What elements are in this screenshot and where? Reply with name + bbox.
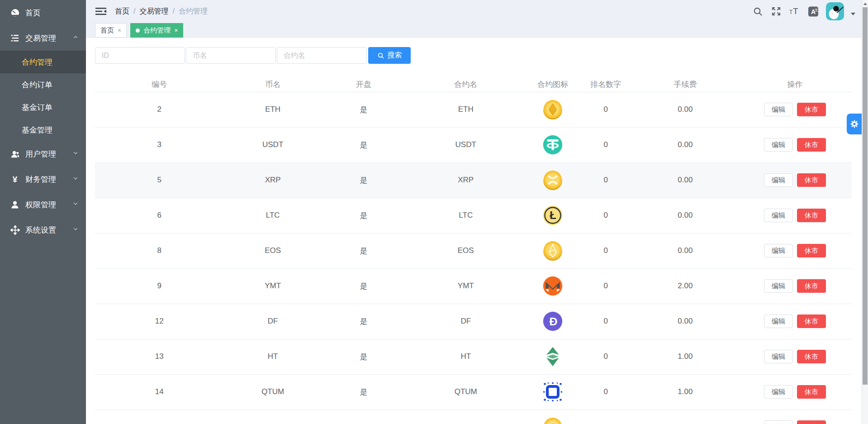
tab-home[interactable]: 首页 × <box>95 23 127 38</box>
svg-text:Ð: Ð <box>550 315 558 328</box>
edit-button[interactable]: 编辑 <box>764 103 793 116</box>
svg-text:Ł: Ł <box>550 209 556 221</box>
sidebar-item-fund-management[interactable]: 基金管理 <box>0 119 86 141</box>
cell-coin: USDT <box>223 127 322 162</box>
edit-button[interactable]: 编辑 <box>764 350 793 363</box>
contract-icon-cell <box>526 92 579 127</box>
user-menu-caret-icon[interactable] <box>851 13 855 15</box>
edit-button[interactable]: 编辑 <box>764 138 793 152</box>
actions-cell: 编辑休市 <box>738 268 852 304</box>
edit-button[interactable]: 编辑 <box>764 279 793 293</box>
close-icon[interactable]: × <box>174 27 178 34</box>
sidebar-item-contract-orders[interactable]: 合约订单 <box>0 73 86 96</box>
actions-cell: 编辑休市 <box>738 339 852 374</box>
coin-name-filter-input[interactable] <box>186 47 276 64</box>
cell-open: 是 <box>322 162 405 198</box>
sidebar-item-permission-management[interactable]: 权限管理 <box>0 192 86 217</box>
navbar-actions: TT A文 <box>752 2 855 20</box>
contracts-table-body: 2ETH是ETH00.00编辑休市3USDT是USDT00.00编辑休市5XRP… <box>95 92 852 424</box>
scrollbar-up-arrow[interactable] <box>862 0 868 7</box>
cell-rank: 0 <box>579 198 632 233</box>
suspend-market-button[interactable]: 休市 <box>797 138 826 152</box>
search-icon[interactable] <box>752 5 764 17</box>
id-filter-input[interactable] <box>95 47 185 64</box>
svg-text:T: T <box>793 7 798 16</box>
user-avatar[interactable] <box>826 2 844 20</box>
breadcrumb-home[interactable]: 首页 <box>115 7 129 16</box>
contracts-table: 编号 币名 开盘 合约名 合约图标 排名数字 手续费 操作 2ETH是ETH00… <box>95 77 852 424</box>
sidebar-item-finance-management[interactable]: ¥ 财务管理 <box>0 167 86 192</box>
actions-cell: 编辑休市 <box>738 162 852 198</box>
table-row: 6LTC是LTCŁ00.00编辑休市 <box>95 198 852 233</box>
cell-fee: 1.00 <box>632 374 738 410</box>
suspend-market-button[interactable]: 休市 <box>797 350 826 363</box>
actions-cell: 编辑休市 <box>738 198 852 233</box>
contract-icon-cell <box>526 410 579 424</box>
suspend-market-button[interactable]: 休市 <box>797 279 826 293</box>
suspend-market-button[interactable]: 休市 <box>797 385 826 399</box>
cell-open: 是 <box>322 374 405 410</box>
edit-button[interactable]: 编辑 <box>764 385 793 399</box>
move-arrows-icon <box>10 225 20 235</box>
sidebar-item-fund-orders[interactable]: 基金订单 <box>0 96 86 119</box>
main-area: 首页 / 交易管理 / 合约管理 TT A文 <box>86 0 862 424</box>
fullscreen-icon[interactable] <box>770 5 782 17</box>
edit-button[interactable]: 编辑 <box>764 209 793 222</box>
user-icon <box>10 200 20 210</box>
suspend-market-button[interactable]: 休市 <box>797 420 826 424</box>
cell-coin <box>223 410 322 424</box>
usdt-tether-coin-icon <box>542 134 563 155</box>
sidebar-item-trade-management[interactable]: 交易管理 <box>0 25 86 51</box>
contract-icon-cell <box>526 162 579 198</box>
gear-icon <box>849 119 860 129</box>
close-icon[interactable]: × <box>118 27 121 34</box>
eth-gold-coin-icon <box>542 99 563 120</box>
suspend-market-button[interactable]: 休市 <box>797 173 826 187</box>
actions-cell: 编辑休市 <box>738 304 852 339</box>
suspend-market-button[interactable]: 休市 <box>797 103 826 116</box>
actions-cell: 编辑休市 <box>738 374 852 410</box>
font-size-icon[interactable]: TT <box>789 5 801 17</box>
contract-icon-cell: Ł <box>526 198 579 233</box>
search-button[interactable]: 搜索 <box>368 47 411 64</box>
yuan-icon: ¥ <box>10 174 20 184</box>
svg-text:文: 文 <box>814 7 818 12</box>
cell-coin: ETH <box>223 92 322 127</box>
sidebar-item-home[interactable]: 首页 <box>0 0 86 25</box>
cell-open <box>322 410 405 424</box>
suspend-market-button[interactable]: 休市 <box>797 314 826 328</box>
cell-rank: 0 <box>579 92 632 127</box>
cell-contract: DF <box>405 304 526 339</box>
edit-button[interactable]: 编辑 <box>764 314 793 328</box>
edit-button[interactable]: 编辑 <box>764 244 793 257</box>
breadcrumb-separator: / <box>133 7 135 15</box>
actions-cell: 编辑休市 <box>738 92 852 127</box>
monero-coin-icon <box>542 276 563 296</box>
cell-rank: 0 <box>579 339 632 374</box>
table-header-row: 编号 币名 开盘 合约名 合约图标 排名数字 手续费 操作 <box>95 77 852 92</box>
sidebar-subitem-label: 基金管理 <box>22 125 52 135</box>
settings-gear-button[interactable] <box>847 114 862 134</box>
tab-contract-management[interactable]: 合约管理 × <box>130 23 183 38</box>
sidebar-toggle-hamburger-icon[interactable] <box>95 6 107 16</box>
vertical-scrollbar[interactable] <box>862 0 868 424</box>
sidebar-item-contract-management[interactable]: 合约管理 <box>0 51 86 73</box>
cell-fee: 1.00 <box>632 339 738 374</box>
contract-name-filter-input[interactable] <box>277 47 367 64</box>
sidebar-item-label: 权限管理 <box>25 200 56 210</box>
cell-rank: 0 <box>579 268 632 304</box>
filter-bar: 搜索 <box>95 47 862 64</box>
cell-fee: 0.00 <box>632 127 738 162</box>
edit-button[interactable]: 编辑 <box>764 420 793 424</box>
cell-contract: USDT <box>405 127 526 162</box>
suspend-market-button[interactable]: 休市 <box>797 244 826 257</box>
breadcrumb-trade-management[interactable]: 交易管理 <box>139 7 168 16</box>
edit-button[interactable]: 编辑 <box>764 173 793 187</box>
sidebar-item-system-settings[interactable]: 系统设置 <box>0 217 86 243</box>
translate-icon[interactable]: A文 <box>807 5 819 17</box>
sidebar-item-user-management[interactable]: 用户管理 <box>0 141 86 167</box>
scrollbar-thumb[interactable] <box>863 7 868 385</box>
search-icon <box>377 52 384 59</box>
suspend-market-button[interactable]: 休市 <box>797 209 826 222</box>
breadcrumb-separator: / <box>172 7 174 15</box>
